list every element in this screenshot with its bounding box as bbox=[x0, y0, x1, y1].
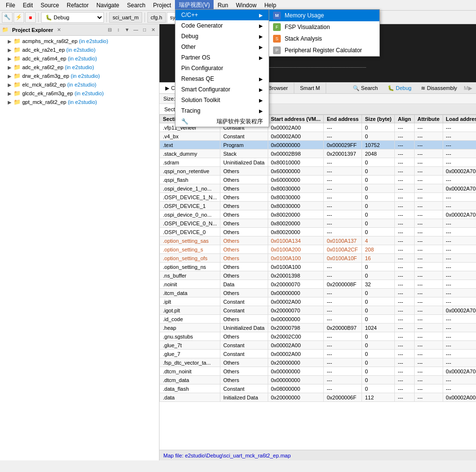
table-row[interactable]: .v4_bxConstant0x00002A00---0--------- bbox=[160, 132, 476, 141]
table-row[interactable]: .data_flashConstant0x08000000---0-------… bbox=[160, 384, 476, 393]
close-panel-btn[interactable]: ✕ bbox=[149, 26, 157, 34]
search-tab-debug[interactable]: 🐛 Debug bbox=[385, 84, 414, 92]
file-tab-3-close[interactable]: ✕ bbox=[194, 15, 198, 21]
section-tab-section[interactable]: Section bbox=[159, 104, 188, 114]
tb-r1[interactable]: ⏭ bbox=[234, 12, 245, 23]
debug-dropdown[interactable]: 🐛 Debug bbox=[41, 12, 104, 23]
table-row[interactable]: .OSPI_DEVICE_1_N...Others0x80030000---0-… bbox=[160, 193, 476, 202]
section-tab-symbol[interactable]: Symbol bbox=[213, 104, 241, 114]
table-row[interactable]: .OSPI_DEVICE_0_N...Others0x80020000---0-… bbox=[160, 219, 476, 228]
project-explorer-close[interactable]: ✕ bbox=[57, 27, 61, 32]
section-tab-object[interactable]: Object bbox=[188, 104, 213, 114]
table-cell: --- bbox=[395, 254, 415, 263]
collapse-btn[interactable]: ⊟ bbox=[106, 26, 114, 34]
table-row[interactable]: .stack_dummyStack0x00002B980x20001397204… bbox=[160, 149, 476, 158]
table-cell: --- bbox=[414, 210, 443, 219]
table-row[interactable]: .option_setting_sOthers0x0100A2000x0100A… bbox=[160, 245, 476, 254]
tree-item-7[interactable]: ▶ 📁 gpt_mck_ra6t2_ep (in e2studio) bbox=[0, 98, 159, 106]
tab-properties[interactable]: ≡ Properties bbox=[197, 83, 238, 93]
menu-file[interactable]: File bbox=[2, 1, 19, 10]
table-row[interactable]: .fsp_dtc_vector_ta...Others0x20000000---… bbox=[160, 358, 476, 367]
search-tab-disassembly[interactable]: ≋ Disassembly bbox=[418, 84, 460, 92]
menu-search[interactable]: Search bbox=[123, 1, 149, 10]
menu-source[interactable]: Source bbox=[37, 1, 63, 10]
menu-edit[interactable]: Edit bbox=[19, 1, 37, 10]
tb-r2[interactable]: ⏸ bbox=[245, 12, 256, 23]
table-row[interactable]: .dtcm_noinitOthers0x00000000---0------0x… bbox=[160, 367, 476, 376]
maximize-btn[interactable]: □ bbox=[141, 26, 148, 34]
table-row[interactable]: .ospi_device_0_no...Others0x80020000---0… bbox=[160, 210, 476, 219]
tree-item-5[interactable]: ▶ 📁 elc_mck_ra6t2_ep (in e2studio) bbox=[0, 80, 159, 89]
col-group[interactable]: Group bbox=[220, 115, 268, 123]
table-row[interactable]: .qspi_flashOthers0x60000000---0--------- bbox=[160, 176, 476, 184]
table-row[interactable]: .glue_7Constant0x00002A00---0--------- bbox=[160, 350, 476, 358]
file-tab-2[interactable]: cfg.h bbox=[147, 12, 166, 23]
table-cell: --- bbox=[443, 254, 476, 263]
search-tab-search[interactable]: 🔍 Search bbox=[350, 84, 381, 92]
tree-item-0[interactable]: ▶ 📁 acmphs_mck_ra6t2_ep (in e2studio) bbox=[0, 37, 159, 45]
tree-item-4[interactable]: ▶ 📁 drw_ek_ra6m3g_ep (in e2studio) bbox=[0, 72, 159, 80]
toolbar-btn-2[interactable]: ⚡ bbox=[14, 12, 24, 23]
col-section[interactable]: Section bbox=[160, 115, 220, 123]
tree-item-2[interactable]: ▶ 📁 adc_ek_ra6m4_ep (in e2studio) bbox=[0, 54, 159, 63]
table-row[interactable]: .igot.pltConstant0x20000070---0------0x0… bbox=[160, 306, 476, 315]
toolbar-run-btn[interactable]: ▶ Run bbox=[207, 12, 231, 23]
table-cell: 0x20000070 bbox=[268, 306, 324, 315]
minimize-btn[interactable]: — bbox=[132, 26, 140, 34]
col-load[interactable]: Load address (LM... bbox=[443, 115, 476, 123]
toolbar-btn-1[interactable]: 🔧 bbox=[2, 12, 13, 23]
table-row[interactable]: .vfp11_veneerConstant0x00002A00---0-----… bbox=[160, 123, 476, 132]
menu-renesas[interactable]: 瑞萨视图(V) bbox=[175, 0, 214, 10]
file-tab-3[interactable]: system.c ✕ bbox=[167, 12, 202, 23]
file-tab-1[interactable]: sci_uart_m bbox=[109, 12, 142, 23]
tree-item-6[interactable]: ▶ 📁 glcdc_ek_ra6m3g_ep (in e2studio) bbox=[0, 89, 159, 98]
col-end[interactable]: End address bbox=[324, 115, 362, 123]
stop-button[interactable]: ■ bbox=[25, 12, 36, 23]
table-row[interactable]: .ipltConstant0x00002A00---0--------- bbox=[160, 297, 476, 306]
table-row[interactable]: .ns_bufferOthers0x20001398---0--------- bbox=[160, 271, 476, 280]
tab-smart-m[interactable]: Smart M bbox=[294, 83, 327, 93]
menu-refactor[interactable]: Refactor bbox=[63, 1, 92, 10]
table-row[interactable]: .option_setting_sasOthers0x0100A1340x010… bbox=[160, 236, 476, 245]
table-cell: 0x0100A100 bbox=[268, 263, 324, 271]
col-align[interactable]: Align bbox=[395, 115, 415, 123]
table-cell: --- bbox=[395, 176, 415, 184]
table-row[interactable]: .heapUninitialized Data0x200007980x20000… bbox=[160, 324, 476, 332]
table-row[interactable]: .option_setting_ofsOthers0x0100A1000x010… bbox=[160, 254, 476, 263]
sync-btn[interactable]: ↕ bbox=[115, 26, 122, 34]
table-row[interactable]: .glue_7tConstant0x00002A00---0--------- bbox=[160, 341, 476, 350]
table-row[interactable]: .dataInitialized Data0x200000000x2000006… bbox=[160, 393, 476, 402]
table-row[interactable]: .textProgram0x000000000x000029FF10752---… bbox=[160, 141, 476, 149]
tree-item-3[interactable]: ▶ 📁 adc_ek_ra6t2_ep (in e2studio) bbox=[0, 63, 159, 72]
menu-window[interactable]: Window bbox=[232, 1, 260, 10]
table-row[interactable]: .qspi_non_retentiveOthers0x60000000---0-… bbox=[160, 167, 476, 176]
tab-more[interactable]: M▶ bbox=[464, 85, 472, 91]
col-attr[interactable]: Attribute bbox=[414, 115, 443, 123]
tree-item-1[interactable]: ▶ 📁 adc_ek_ra2e1_ep (in e2studio) bbox=[0, 45, 159, 54]
menu-run[interactable]: Run bbox=[214, 1, 232, 10]
data-table-area[interactable]: Section Group Start address (VM... End a… bbox=[159, 115, 476, 450]
filter-btn[interactable]: ▼ bbox=[123, 26, 131, 34]
menu-help[interactable]: Help bbox=[260, 1, 280, 10]
table-row[interactable]: .dtcm_dataOthers0x00000000---0--------- bbox=[160, 376, 476, 384]
table-row[interactable]: .sdramUninitialized Data0x80010000---0--… bbox=[160, 158, 476, 167]
table-cell: --- bbox=[443, 245, 476, 254]
table-row[interactable]: .OSPI_DEVICE_0Others0x80020000---0------… bbox=[160, 228, 476, 236]
bottom-tabs-bar: ▶ Console ≡ Properties 🌐 Smart Browser S… bbox=[159, 82, 476, 94]
col-start[interactable]: Start address (VM... bbox=[268, 115, 324, 123]
tb-r3[interactable]: ⏹ bbox=[257, 12, 268, 23]
table-row[interactable]: .OSPI_DEVICE_1Others0x80030000---0------… bbox=[160, 202, 476, 210]
menu-navigate[interactable]: Navigate bbox=[92, 1, 123, 10]
table-row[interactable]: .gnu.sgstubsOthers0x20002C00---0--------… bbox=[160, 332, 476, 341]
menu-project[interactable]: Project bbox=[149, 1, 175, 10]
table-cell: 0x00002A70 bbox=[443, 184, 476, 193]
col-size[interactable]: Size (byte) bbox=[362, 115, 395, 123]
table-row[interactable]: .noinitData0x200000700x2000008F32-------… bbox=[160, 280, 476, 289]
tab-console[interactable]: ▶ Console bbox=[159, 83, 197, 93]
tab-smart-browser[interactable]: 🌐 Smart Browser bbox=[238, 83, 294, 93]
table-row[interactable]: .option_setting_nsOthers0x0100A100---0--… bbox=[160, 263, 476, 271]
table-row[interactable]: .ospi_device_1_no...Others0x80030000---0… bbox=[160, 184, 476, 193]
table-row[interactable]: .id_codeOthers0x00000000---0--------- bbox=[160, 315, 476, 324]
table-row[interactable]: .itcm_dataOthers0x00000000---0--------- bbox=[160, 289, 476, 297]
table-cell: --- bbox=[443, 202, 476, 210]
